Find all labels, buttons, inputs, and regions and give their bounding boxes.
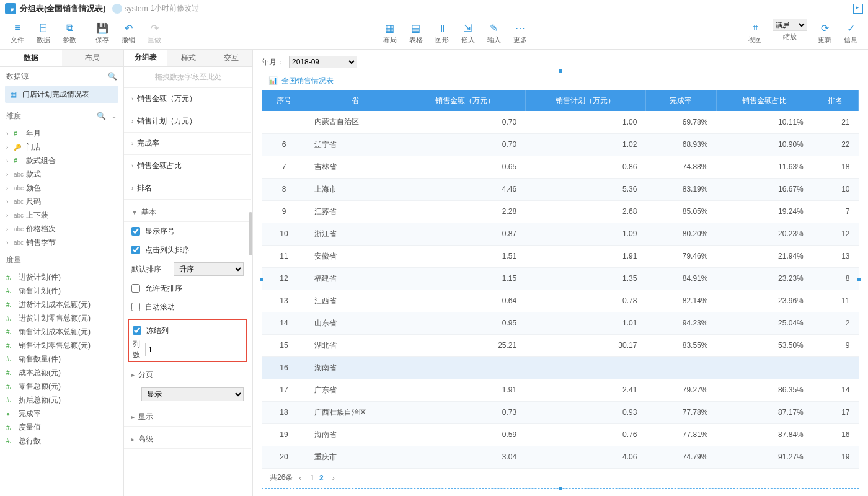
field-item[interactable]: ›销售金额占比 — [124, 155, 251, 177]
paging-group[interactable]: ▸分页 — [124, 366, 251, 384]
default-sort-select[interactable]: 升序 — [174, 262, 244, 276]
resize-handle-e[interactable] — [857, 278, 861, 281]
allow-no-sort-checkbox[interactable] — [131, 284, 140, 293]
pager-page[interactable]: 2 — [319, 474, 324, 482]
table-row[interactable]: 9江苏省2.282.6885.05%19.24%7 — [262, 200, 859, 223]
table-row[interactable]: 内蒙古自治区0.701.0069.78%10.11%21 — [262, 111, 859, 133]
save-button[interactable]: 💾保存 — [90, 19, 115, 48]
table-row[interactable]: 11安徽省1.511.9179.46%21.94%13 — [262, 245, 859, 267]
column-header[interactable]: 完成率 — [645, 90, 716, 111]
dimension-item[interactable]: ›abc上下装 — [0, 208, 123, 222]
field-item[interactable]: ›销售计划（万元） — [124, 110, 251, 133]
table-row[interactable]: 8上海市4.465.3683.19%16.67%10 — [262, 178, 859, 200]
measure-item[interactable]: #.折后总额(元) — [0, 393, 123, 407]
undo-button[interactable]: ↶撤销 — [116, 19, 141, 48]
column-header[interactable]: 销售金额占比 — [716, 90, 812, 111]
expand-icon[interactable]: › — [6, 171, 12, 178]
tab-interact[interactable]: 交互 — [210, 50, 252, 66]
layout-button[interactable]: ▦布局 — [378, 19, 402, 48]
measure-item[interactable]: #.度量值 — [0, 420, 123, 434]
field-item[interactable]: ›销售金额（万元） — [124, 88, 251, 110]
dimension-item[interactable]: ›abc颜色 — [0, 181, 123, 195]
chevron-down-icon[interactable]: ⌄ — [111, 112, 117, 120]
paging-select[interactable]: 显示 — [141, 388, 244, 401]
measure-item[interactable]: #.零售总额(元) — [0, 379, 123, 393]
redo-button[interactable]: ↷重做 — [142, 19, 167, 48]
expand-icon[interactable]: › — [6, 185, 12, 192]
chart-button[interactable]: ⫼图形 — [430, 19, 454, 48]
tab-data[interactable]: 数据 — [0, 50, 62, 66]
expand-icon[interactable]: › — [6, 198, 12, 205]
table-row[interactable]: 14山东省0.951.0194.23%25.04%2 — [262, 312, 859, 334]
measure-item[interactable]: ●完成率 — [0, 407, 123, 420]
update-button[interactable]: ⟳更新 — [812, 19, 837, 48]
expand-icon[interactable]: › — [6, 130, 12, 137]
measure-item[interactable]: #.进货计划(件) — [0, 270, 123, 284]
data-button[interactable]: ⌸数据 — [31, 19, 56, 48]
field-item[interactable]: ›排名 — [124, 177, 251, 200]
expand-icon[interactable]: › — [6, 239, 12, 246]
table-row[interactable]: 18广西壮族自治区0.730.9377.78%87.17%17 — [262, 401, 859, 423]
resize-handle-w[interactable] — [260, 278, 264, 281]
pager-next[interactable]: › — [332, 474, 335, 482]
measure-item[interactable]: #.销售计划零售总额(元) — [0, 339, 123, 352]
zoom-control[interactable]: 满屏 缩放 — [773, 19, 807, 48]
info-button[interactable]: ✓信息 — [838, 19, 863, 48]
table-row[interactable]: 10浙江省0.871.0980.20%20.23%12 — [262, 223, 859, 245]
tab-group-table[interactable]: 分组表 — [124, 50, 167, 66]
zoom-select[interactable]: 满屏 — [773, 19, 807, 31]
scrollbar-thumb[interactable] — [249, 212, 252, 255]
basic-group[interactable]: ▼基本 — [124, 203, 251, 222]
measure-item[interactable]: #.进货计划零售总额(元) — [0, 311, 123, 325]
resize-handle-s[interactable] — [559, 487, 562, 490]
table-row[interactable]: 20重庆市3.044.0674.79%91.27%19 — [262, 446, 859, 468]
measure-item[interactable]: #.成本总额(元) — [0, 366, 123, 379]
datasource-item[interactable]: ▦ 门店计划完成情况表 — [5, 86, 118, 103]
table-row[interactable]: 13江西省0.640.7882.14%23.96%11 — [262, 290, 859, 312]
view-button[interactable]: ⌗视图 — [743, 19, 768, 48]
dimension-item[interactable]: ›abc款式 — [0, 167, 123, 181]
measure-item[interactable]: #.销售数量(件) — [0, 352, 123, 366]
expand-icon[interactable]: › — [6, 144, 12, 151]
auto-scroll-checkbox[interactable] — [131, 303, 140, 311]
table-row[interactable]: 16湖南省 — [262, 356, 859, 379]
search-icon[interactable]: 🔍 — [108, 72, 117, 81]
table-button[interactable]: ▤表格 — [404, 19, 428, 48]
measure-item[interactable]: #.进货计划成本总额(元) — [0, 298, 123, 311]
table-row[interactable]: 15湖北省25.2130.1783.55%53.50%9 — [262, 334, 859, 356]
params-button[interactable]: ⧉参数 — [57, 19, 82, 48]
search-icon[interactable]: 🔍 — [97, 112, 106, 120]
input-button[interactable]: ✎输入 — [482, 19, 507, 48]
dimension-item[interactable]: ›abc尺码 — [0, 195, 123, 208]
column-header[interactable]: 销售金额（万元） — [405, 90, 525, 111]
preview-icon[interactable] — [853, 4, 863, 14]
col-count-input[interactable] — [145, 343, 244, 356]
expand-icon[interactable]: › — [6, 157, 12, 164]
drop-hint[interactable]: 拖拽数据字段至此处 — [124, 67, 252, 88]
resize-handle-n[interactable] — [559, 69, 562, 73]
freeze-col-checkbox[interactable] — [133, 326, 141, 335]
table-row[interactable]: 12福建省1.151.3584.91%23.23%8 — [262, 267, 859, 290]
display-f-group[interactable]: ▸显示 — [124, 408, 251, 427]
pager-prev[interactable]: ‹ — [299, 474, 301, 482]
tab-layout[interactable]: 布局 — [62, 50, 124, 66]
expand-icon[interactable]: › — [6, 212, 12, 219]
pager-page[interactable]: 1 — [310, 474, 314, 482]
more-button[interactable]: ⋯更多 — [508, 19, 533, 48]
expand-icon[interactable]: › — [6, 226, 12, 232]
measure-item[interactable]: #.总行数 — [0, 434, 123, 448]
tab-style[interactable]: 样式 — [167, 50, 210, 66]
filter-month-select[interactable]: 2018-09 — [289, 56, 357, 68]
click-header-sort-checkbox[interactable] — [131, 246, 140, 254]
table-widget[interactable]: 📊 全国销售情况表 序号省销售金额（万元）销售计划（万元）完成率销售金额占比排名… — [262, 71, 859, 489]
dimension-item[interactable]: ›#年月 — [0, 126, 123, 140]
column-header[interactable]: 销售计划（万元） — [525, 90, 645, 111]
dimension-item[interactable]: ›abc价格档次 — [0, 222, 123, 236]
embed-button[interactable]: ⇲嵌入 — [456, 19, 480, 48]
advanced-group[interactable]: ▸高级 — [124, 430, 251, 449]
column-header[interactable]: 序号 — [262, 90, 306, 111]
file-button[interactable]: ≡文件 — [5, 19, 30, 48]
table-row[interactable]: 7吉林省0.650.8674.88%11.63%18 — [262, 156, 859, 178]
column-header[interactable]: 省 — [306, 90, 405, 111]
table-row[interactable]: 19海南省0.590.7677.81%87.84%16 — [262, 423, 859, 446]
